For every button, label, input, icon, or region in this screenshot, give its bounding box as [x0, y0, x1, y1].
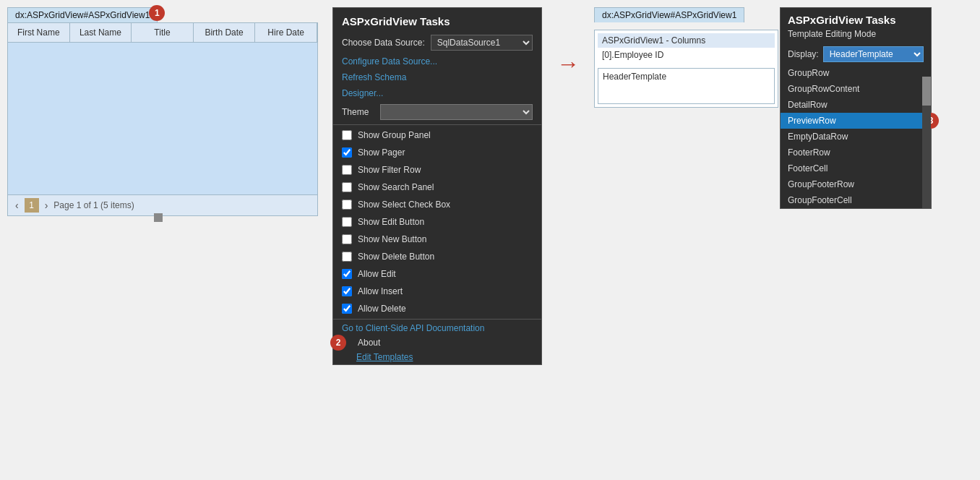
col-hiredate: Hire Date [255, 23, 317, 42]
tasks-divider1 [333, 124, 541, 125]
right-wrapper: dx:ASPxGridView#ASPxGridView1 ASPxGridVi… [594, 7, 932, 209]
chk-allow-delete-label[interactable]: Allow Delete [358, 304, 406, 314]
template-item-previewrow[interactable]: PreviewRow 3 [781, 113, 931, 129]
configure-datasource-link[interactable]: Configure Data Source... [333, 53, 541, 69]
pager-next-btn[interactable]: › [43, 200, 50, 211]
edit-templates-link[interactable]: Edit Templates [348, 350, 541, 364]
grid1-footer: ‹ 1 › Page 1 of 1 (5 items) [8, 194, 317, 215]
template-item-footercell[interactable]: FooterCell [781, 160, 931, 176]
breadcrumb1[interactable]: ASPxGridView1 - Columns [598, 33, 775, 48]
template-list: GroupRow GroupRowContent DetailRow Previ… [781, 65, 931, 208]
designer-link[interactable]: Designer... [333, 85, 541, 101]
chk-allow-insert[interactable] [342, 286, 352, 296]
template-scrollbar[interactable] [922, 77, 931, 208]
chk-show-search-panel-label[interactable]: Show Search Panel [358, 182, 434, 192]
theme-label: Theme [342, 107, 374, 117]
step2-badge: 2 [330, 335, 346, 351]
chk-show-pager[interactable] [342, 147, 352, 158]
template-display-label: Display: [788, 49, 819, 59]
chk-show-delete-button[interactable] [342, 252, 352, 262]
step1-badge: 1 [149, 5, 165, 21]
grid2-inner: ASPxGridView1 - Columns [0].Employee ID [595, 30, 778, 65]
template-item-groupfooterrow[interactable]: GroupFooterRow [781, 176, 931, 192]
col-title: Title [132, 23, 194, 42]
checkbox-show-new-button: Show New Button [333, 231, 541, 248]
api-docs-link[interactable]: Go to Client-Side API Documentation [333, 321, 541, 335]
checkbox-show-group-panel: Show Group Panel [333, 127, 541, 144]
checkbox-allow-insert: Allow Insert [333, 283, 541, 300]
template-tasks-title: ASPxGridView Tasks [781, 8, 931, 27]
tasks-divider2 [333, 319, 541, 320]
template-tasks-subtitle: Template Editing Mode [781, 27, 931, 43]
chk-show-edit-button-label[interactable]: Show Edit Button [358, 217, 424, 227]
chk-show-search-panel[interactable] [342, 182, 352, 192]
template-display-select[interactable]: HeaderTemplate [823, 46, 924, 62]
theme-row: Theme [333, 101, 541, 123]
template-item-grouprow[interactable]: GroupRow [781, 65, 931, 81]
checkbox-allow-delete: Allow Delete [333, 300, 541, 317]
refresh-schema-link[interactable]: Refresh Schema [333, 69, 541, 85]
datasource-select[interactable]: SqlDataSource1 [431, 35, 533, 51]
datasource-label: Choose Data Source: [342, 38, 425, 48]
resize-handle[interactable] [154, 213, 163, 222]
col-birthdate: Birth Date [194, 23, 256, 42]
checkbox-show-filter-row: Show Filter Row [333, 161, 541, 179]
chk-show-delete-button-label[interactable]: Show Delete Button [358, 252, 434, 262]
template-item-detailrow[interactable]: DetailRow [781, 97, 931, 113]
grid2-container: ASPxGridView1 - Columns [0].Employee ID … [594, 30, 778, 108]
chk-show-new-button-label[interactable]: Show New Button [358, 234, 426, 244]
chk-show-edit-button[interactable] [342, 217, 352, 227]
chk-show-group-panel[interactable] [342, 130, 352, 140]
template-item-footerrow[interactable]: FooterRow [781, 145, 931, 160]
right-section: dx:ASPxGridView#ASPxGridView1 ASPxGridVi… [594, 7, 778, 209]
tasks-title: ASPxGridView Tasks [333, 8, 541, 32]
chk-allow-edit-label[interactable]: Allow Edit [358, 269, 396, 279]
chk-show-select-checkbox-label[interactable]: Show Select Check Box [358, 200, 450, 210]
pager-current[interactable]: 1 [25, 198, 39, 213]
template-display-row: Display: HeaderTemplate [781, 43, 931, 65]
template-item-emptydatarow[interactable]: EmptyDataRow [781, 129, 931, 145]
checkbox-allow-edit: Allow Edit [333, 265, 541, 283]
pager-text: Page 1 of 1 (5 items) [53, 200, 134, 210]
chk-allow-edit[interactable] [342, 269, 352, 279]
tasks-panel: ASPxGridView Tasks Choose Data Source: S… [332, 7, 542, 365]
pager-prev-btn[interactable]: ‹ [14, 200, 20, 211]
theme-select[interactable] [380, 104, 533, 120]
chk-show-group-panel-label[interactable]: Show Group Panel [358, 130, 431, 140]
checkbox-show-search-panel: Show Search Panel [333, 179, 541, 196]
col-firstname: First Name [8, 23, 70, 42]
chk-show-filter-row-label[interactable]: Show Filter Row [358, 165, 421, 175]
template-item-groupfootercell[interactable]: GroupFooterCell [781, 192, 931, 208]
chk-allow-delete[interactable] [342, 304, 352, 314]
scrollbar-thumb[interactable] [922, 77, 931, 106]
checkbox-show-delete-button: Show Delete Button [333, 248, 541, 265]
chk-show-new-button[interactable] [342, 234, 352, 244]
chk-show-pager-label[interactable]: Show Pager [358, 147, 405, 158]
arrow-icon: → [556, 51, 580, 77]
chk-allow-insert-label[interactable]: Allow Insert [358, 286, 403, 296]
template-tasks-panel: ASPxGridView Tasks Template Editing Mode… [780, 7, 932, 209]
checkbox-show-select-checkbox: Show Select Check Box [333, 196, 541, 213]
grid1-tab-label: dx:ASPxGridView#ASPxGridView1 [15, 10, 150, 20]
grid1-body [8, 43, 317, 194]
template-item-grouprowcontent[interactable]: GroupRowContent [781, 81, 931, 97]
grid1-container: First Name Last Name Title Birth Date Hi… [7, 22, 318, 216]
grid2-tab-label: dx:ASPxGridView#ASPxGridView1 [602, 10, 736, 20]
grid1-tab[interactable]: dx:ASPxGridView#ASPxGridView1 1 [7, 7, 158, 22]
template-box: HeaderTemplate [598, 68, 775, 104]
left-grid-panel: dx:ASPxGridView#ASPxGridView1 1 First Na… [7, 7, 318, 218]
datasource-row: Choose Data Source: SqlDataSource1 [333, 32, 541, 53]
grid1-header: First Name Last Name Title Birth Date Hi… [8, 23, 317, 43]
about-label: About [358, 338, 380, 348]
col-lastname: Last Name [70, 23, 132, 42]
chk-show-select-checkbox[interactable] [342, 200, 352, 210]
checkbox-show-edit-button: Show Edit Button [333, 213, 541, 231]
chk-show-filter-row[interactable] [342, 165, 352, 175]
grid2-tab[interactable]: dx:ASPxGridView#ASPxGridView1 [594, 7, 744, 22]
arrow-container: → [556, 7, 580, 77]
breadcrumb2[interactable]: [0].Employee ID [598, 48, 775, 62]
checkbox-show-pager: Show Pager [333, 144, 541, 161]
template-label: HeaderTemplate [603, 72, 666, 82]
